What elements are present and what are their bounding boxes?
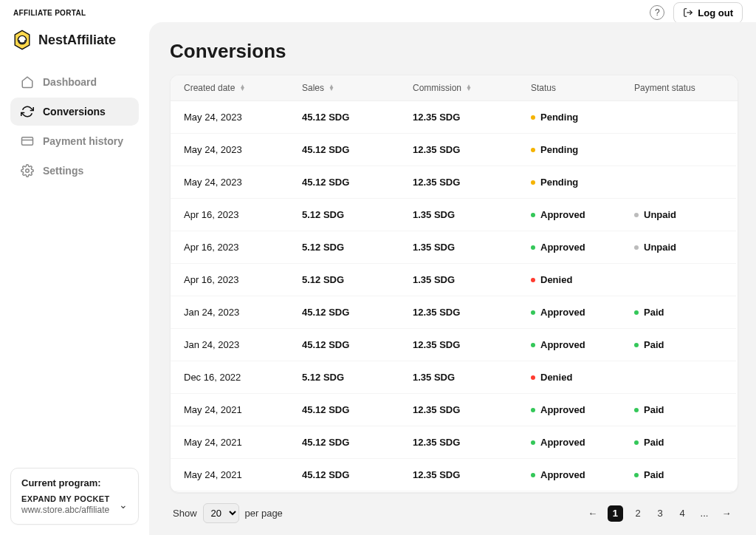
cell-payment-status: Paid (634, 339, 723, 350)
table-row[interactable]: May 24, 202345.12 SDG12.35 SDGPending (171, 134, 736, 166)
cell-commission: 12.35 SDG (413, 144, 531, 155)
cell-sales: 45.12 SDG (302, 177, 413, 188)
cell-commission: 12.35 SDG (413, 177, 531, 188)
card-icon (21, 134, 34, 148)
cell-status: Pending (531, 177, 634, 188)
cell-status: Approved (531, 209, 634, 220)
program-name: EXPAND MY POCKET (21, 494, 110, 503)
cell-payment-status (634, 372, 723, 383)
gear-icon (21, 164, 34, 177)
cell-payment-status (634, 112, 723, 123)
program-selector[interactable]: EXPAND MY POCKET www.store.abc/affiliate… (21, 494, 128, 515)
cell-date: May 24, 2023 (184, 177, 302, 188)
table-row[interactable]: Apr 16, 20235.12 SDG1.35 SDGDenied (171, 264, 736, 296)
sidebar-item-label: Settings (43, 165, 83, 177)
page-title: Conversions (170, 40, 738, 63)
cell-payment-status (634, 177, 723, 188)
status-dot-icon (531, 408, 535, 412)
pagination: ← 1234... → (585, 505, 734, 522)
cell-status: Approved (531, 437, 634, 448)
sidebar-item-settings[interactable]: Settings (10, 157, 139, 185)
cell-commission: 12.35 SDG (413, 437, 531, 448)
status-dot-icon (531, 245, 535, 250)
cell-date: May 24, 2021 (184, 404, 302, 415)
show-label: Show (173, 508, 197, 519)
status-dot-icon (634, 245, 639, 250)
cell-payment-status: Paid (634, 469, 723, 480)
table-row[interactable]: May 24, 202145.12 SDG12.35 SDGApprovedPa… (171, 459, 736, 491)
cell-date: Apr 16, 2023 (184, 274, 302, 285)
cell-payment-status: Paid (634, 404, 723, 415)
cell-date: Jan 24, 2023 (184, 307, 302, 318)
cell-payment-status: Unpaid (634, 242, 723, 253)
cell-sales: 45.12 SDG (302, 469, 413, 480)
page-3[interactable]: 3 (653, 505, 667, 522)
table-row[interactable]: May 24, 202145.12 SDG12.35 SDGApprovedPa… (171, 394, 736, 426)
col-commission[interactable]: Commission▲▼ (413, 83, 531, 93)
table-body[interactable]: May 24, 202345.12 SDG12.35 SDGPendingMay… (171, 101, 738, 492)
cell-status: Pending (531, 112, 634, 123)
cell-status: Approved (531, 469, 634, 480)
col-sales[interactable]: Sales▲▼ (302, 83, 413, 93)
page-1[interactable]: 1 (608, 505, 623, 522)
per-page-control: Show 20 per page (173, 503, 283, 523)
table-row[interactable]: May 24, 202345.12 SDG12.35 SDGPending (171, 166, 736, 199)
page-4[interactable]: 4 (675, 505, 690, 522)
brand-name: NestAffiliate (38, 33, 116, 48)
cell-sales: 45.12 SDG (302, 404, 413, 415)
status-dot-icon (634, 440, 639, 445)
cell-date: Jan 24, 2023 (184, 339, 302, 350)
table-row[interactable]: Jan 24, 202345.12 SDG12.35 SDGApprovedPa… (171, 296, 736, 329)
sidebar-item-payment-history[interactable]: Payment history (10, 127, 139, 155)
col-created-date[interactable]: Created date▲▼ (184, 83, 302, 93)
table-row[interactable]: May 24, 202345.12 SDG12.35 SDGPending (171, 101, 736, 134)
table-row[interactable]: May 24, 202145.12 SDG12.35 SDGApprovedPa… (171, 426, 736, 459)
brand[interactable]: NestAffiliate (10, 25, 139, 62)
svg-rect-3 (22, 137, 33, 146)
status-dot-icon (634, 213, 639, 217)
program-url: www.store.abc/affiliate (21, 505, 110, 515)
cell-payment-status (634, 274, 723, 285)
table-row[interactable]: Dec 16, 20225.12 SDG1.35 SDGDenied (171, 361, 736, 394)
cell-status: Denied (531, 274, 634, 285)
conversions-table: Created date▲▼ Sales▲▼ Commission▲▼ Stat… (170, 75, 738, 493)
status-dot-icon (531, 310, 535, 315)
status-dot-icon (531, 180, 535, 185)
cell-status: Approved (531, 404, 634, 415)
page-2[interactable]: 2 (630, 505, 645, 522)
home-icon (21, 75, 34, 89)
sidebar-item-label: Payment history (43, 135, 123, 147)
cell-date: Apr 16, 2023 (184, 209, 302, 220)
cell-commission: 1.35 SDG (413, 372, 531, 383)
per-page-label: per page (245, 508, 283, 519)
status-dot-icon (531, 278, 535, 282)
cell-commission: 12.35 SDG (413, 339, 531, 350)
page-next[interactable]: → (719, 505, 734, 522)
cell-sales: 45.12 SDG (302, 307, 413, 318)
cell-sales: 5.12 SDG (302, 242, 413, 253)
table-header: Created date▲▼ Sales▲▼ Commission▲▼ Stat… (171, 75, 738, 101)
cell-commission: 12.35 SDG (413, 112, 531, 123)
cell-payment-status: Unpaid (634, 209, 723, 220)
status-dot-icon (531, 115, 535, 120)
per-page-select[interactable]: 20 (203, 503, 239, 523)
cell-sales: 45.12 SDG (302, 144, 413, 155)
page-...[interactable]: ... (697, 505, 712, 522)
table-row[interactable]: Apr 16, 20235.12 SDG1.35 SDGApprovedUnpa… (171, 231, 736, 264)
status-dot-icon (634, 310, 639, 315)
cell-sales: 5.12 SDG (302, 372, 413, 383)
cell-commission: 12.35 SDG (413, 404, 531, 415)
sidebar-item-conversions[interactable]: Conversions (10, 98, 139, 126)
status-dot-icon (531, 213, 535, 217)
table-row[interactable]: Jan 24, 202345.12 SDG12.35 SDGApprovedPa… (171, 329, 736, 361)
status-dot-icon (634, 473, 639, 477)
help-icon[interactable]: ? (650, 5, 664, 20)
cell-payment-status: Paid (634, 307, 723, 318)
page-prev[interactable]: ← (585, 505, 600, 522)
logout-label: Log out (698, 7, 733, 18)
logout-button[interactable]: Log out (673, 2, 743, 24)
table-row[interactable]: Apr 16, 20235.12 SDG1.35 SDGApprovedUnpa… (171, 199, 736, 231)
sidebar-item-dashboard[interactable]: Dashboard (10, 68, 139, 96)
cell-date: May 24, 2023 (184, 112, 302, 123)
cell-status: Denied (531, 372, 634, 383)
